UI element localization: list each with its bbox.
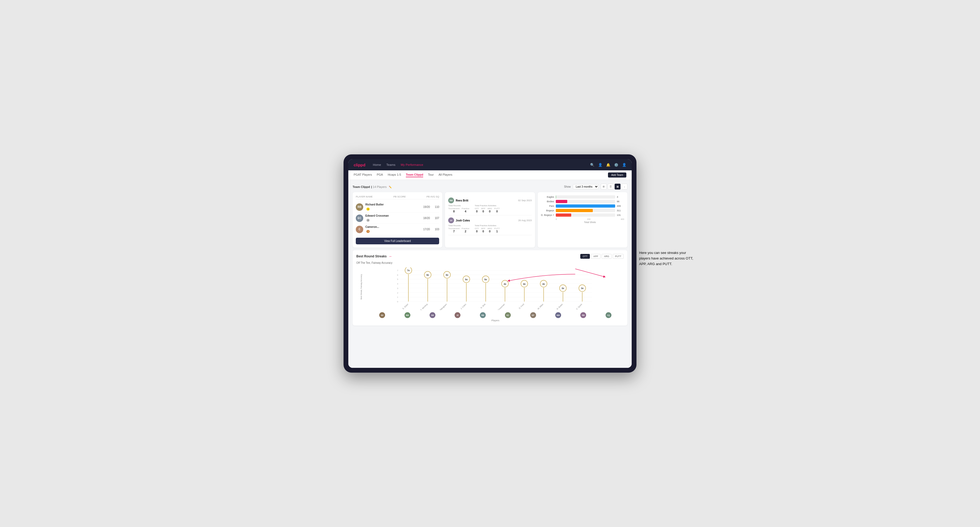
- svg-text:R. Butler: R. Butler: [556, 303, 563, 310]
- view-leaderboard-button[interactable]: View Full Leaderboard: [356, 238, 439, 244]
- rounds-group: Total Rounds Tournament 7 Practice: [448, 224, 469, 233]
- rank-badge: 1: [366, 208, 370, 211]
- svg-text:E. Crossman: E. Crossman: [496, 303, 506, 310]
- player-rounds-row: JC Josh Coles 26 Aug 2023 Total Rounds T…: [448, 215, 531, 235]
- tab-pga[interactable]: PGA: [377, 173, 383, 177]
- team-header: Team Clippd | 14 Players ✏️ Show Last 3 …: [353, 184, 627, 189]
- player-score: 17/20: [419, 228, 430, 231]
- practice-col: Practice 4: [462, 207, 469, 213]
- add-team-button[interactable]: Add Team: [608, 173, 626, 178]
- player-avg: 103: [430, 228, 439, 231]
- edit-icon[interactable]: ✏️: [389, 186, 392, 189]
- svg-text:3x: 3x: [562, 287, 564, 290]
- avatar: RB: [356, 203, 363, 211]
- player-name: Richard Butler: [365, 203, 419, 206]
- tournament-col: Tournament 8: [448, 207, 460, 213]
- player-name: Edward Crossman: [365, 214, 419, 217]
- export-icon[interactable]: ↓: [622, 184, 627, 189]
- annotation-text: Here you can see streaks your players ha…: [639, 250, 698, 267]
- player-avatars-row: EEBMDBJCRBECDFMMRBCQ: [367, 312, 624, 318]
- rounds-stats: Total Rounds Tournament 7 Practice: [448, 224, 531, 233]
- bar-row: Birdies 96: [541, 200, 624, 203]
- chart-avatar: RB: [580, 312, 586, 318]
- rank-badge: 3: [366, 230, 370, 233]
- svg-text:E. Ebert: E. Ebert: [402, 303, 409, 310]
- tab-all-players[interactable]: All Players: [439, 173, 452, 177]
- player-score: 18/20: [419, 217, 430, 220]
- table-row: RB Richard Butler 1 19/20 110: [356, 202, 439, 213]
- svg-text:5x: 5x: [465, 278, 468, 281]
- nav-home[interactable]: Home: [373, 163, 381, 167]
- avatar: EC: [356, 214, 363, 222]
- app-col: APP 0: [481, 207, 485, 213]
- player-rounds-header: JC Josh Coles 26 Aug 2023: [448, 217, 531, 223]
- tablet-device: clippd Home Teams My Performance 🔍 👤 🔔 ⚙…: [344, 154, 636, 373]
- table-row: C Cameron... 3 17/20 103: [356, 224, 439, 235]
- svg-text:B. McHerg: B. McHerg: [420, 303, 428, 310]
- secondary-nav: PGAT Players PGA Hcaps 1-5 Team Clippd T…: [348, 170, 632, 180]
- nav-my-performance[interactable]: My Performance: [401, 163, 423, 167]
- bar-row: Bogeys 311: [541, 209, 624, 212]
- annotation-container: Here you can see streaks your players ha…: [639, 250, 698, 267]
- svg-text:4x: 4x: [504, 283, 506, 285]
- nav-links: Home Teams My Performance: [373, 163, 590, 167]
- player-name: Josh Coles: [456, 219, 518, 222]
- nav-bar: clippd Home Teams My Performance 🔍 👤 🔔 ⚙…: [348, 159, 632, 170]
- streaks-panel: Best Round Streaks ← OTT APP ARG PUTT Of…: [353, 250, 627, 325]
- streaks-filter: OTT APP ARG PUTT: [580, 254, 624, 259]
- tab-pgat[interactable]: PGAT Players: [354, 173, 372, 177]
- tab-hcaps[interactable]: Hcaps 1-5: [388, 173, 401, 177]
- svg-text:D. Billingham: D. Billingham: [438, 303, 447, 310]
- search-icon[interactable]: 🔍: [590, 163, 594, 167]
- filter-app[interactable]: APP: [591, 254, 600, 259]
- svg-text:7: 7: [397, 269, 398, 272]
- practice-activities-group: Total Practice Activities OTT 0 APP: [474, 205, 500, 213]
- bar-x-axis: 0 200 400: [541, 218, 624, 221]
- user-icon[interactable]: 👤: [598, 163, 602, 167]
- table-row: EC Edward Crossman 2 18/20 107: [356, 213, 439, 224]
- svg-text:5: 5: [397, 278, 398, 281]
- grid-view-icon[interactable]: ⊞: [601, 184, 607, 189]
- svg-text:6x: 6x: [446, 274, 449, 276]
- tablet-screen: clippd Home Teams My Performance 🔍 👤 🔔 ⚙…: [348, 159, 632, 368]
- streak-chart-svg: 012345677xE. Ebert6xB. McHerg6xD. Billin…: [367, 268, 624, 310]
- avatar-icon[interactable]: 👤: [622, 163, 626, 167]
- nav-teams[interactable]: Teams: [387, 163, 396, 167]
- tab-tour[interactable]: Tour: [428, 173, 434, 177]
- player-avg: 107: [430, 217, 439, 220]
- show-select[interactable]: Last 3 months: [573, 184, 599, 189]
- svg-text:6x: 6x: [426, 274, 429, 276]
- practice-activities-group: Total Practice Activities OTT 0 APP: [474, 224, 500, 233]
- settings-icon[interactable]: ⚙️: [614, 163, 618, 167]
- list-view-icon[interactable]: ☰: [608, 184, 614, 189]
- chart-view-icon[interactable]: ▦: [615, 184, 620, 189]
- svg-text:4x: 4x: [542, 283, 545, 285]
- bar-row: Pars 499: [541, 205, 624, 208]
- filter-putt[interactable]: PUTT: [613, 254, 624, 259]
- svg-text:R. Britt: R. Britt: [480, 303, 486, 309]
- bar-chart: Eagles 3 Birdies 96 Pars 499 Bogeys 311 …: [541, 195, 624, 217]
- x-axis-title: Players: [367, 319, 624, 322]
- filter-ott[interactable]: OTT: [580, 254, 590, 259]
- filter-arg[interactable]: ARG: [601, 254, 612, 259]
- practice-col: Practice 2: [462, 227, 469, 233]
- streaks-header: Best Round Streaks ← OTT APP ARG PUTT: [356, 254, 624, 259]
- bar-chart-panel: Eagles 3 Birdies 96 Pars 499 Bogeys 311 …: [538, 192, 627, 248]
- svg-text:2: 2: [397, 292, 398, 294]
- chart-avatar: BM: [404, 312, 410, 318]
- player-rounds-header: RB Rees Britt 02 Sep 2023: [448, 197, 531, 203]
- player-avg: 110: [430, 205, 439, 208]
- bell-icon[interactable]: 🔔: [606, 163, 610, 167]
- rounds-stats: Total Rounds Tournament 8 Practice: [448, 205, 531, 213]
- svg-text:7x: 7x: [407, 269, 410, 272]
- player-name: Cameron...: [365, 225, 419, 229]
- view-icons: ⊞ ☰ ▦ ↓: [601, 184, 627, 189]
- tab-team-clippd[interactable]: Team Clippd: [406, 173, 423, 177]
- player-rounds-row: RB Rees Britt 02 Sep 2023 Total Rounds T…: [448, 195, 531, 215]
- chart-avatar: CQ: [606, 312, 611, 318]
- top-panels-row: PLAYER NAME PB SCORE PB AVG SQ RB Richar…: [353, 192, 627, 248]
- leaderboard-panel: PLAYER NAME PB SCORE PB AVG SQ RB Richar…: [353, 192, 442, 248]
- svg-text:4: 4: [397, 283, 398, 285]
- chart-avatar: RB: [480, 312, 486, 318]
- svg-text:D. Ford: D. Ford: [518, 303, 525, 310]
